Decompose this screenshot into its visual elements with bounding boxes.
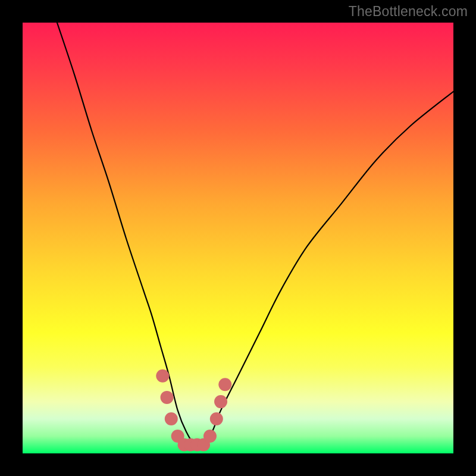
highlight-dot (165, 412, 178, 425)
highlight-dot (156, 369, 169, 383)
highlight-dot (161, 391, 174, 404)
highlight-dot (218, 378, 231, 391)
watermark-label: TheBottleneck.com (349, 4, 468, 20)
bottleneck-curve-path (57, 23, 453, 446)
plot-area (23, 23, 453, 453)
curve-layer (23, 23, 453, 453)
highlight-dot (203, 430, 217, 443)
highlight-dot (210, 412, 223, 425)
chart-container: TheBottleneck.com (0, 0, 476, 476)
highlight-dot (214, 395, 227, 408)
